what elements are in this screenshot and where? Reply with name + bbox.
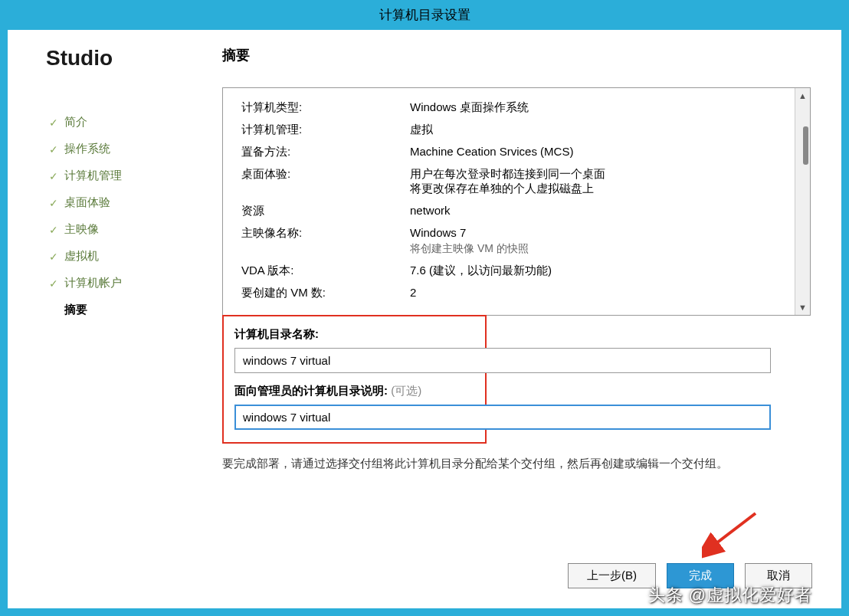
studio-logo: Studio <box>46 46 207 70</box>
check-icon: ✓ <box>49 170 58 182</box>
step-accounts[interactable]: ✓计算机帐户 <box>46 270 207 297</box>
summary-row-resource: 资源 network <box>241 204 792 218</box>
cancel-button[interactable]: 取消 <box>745 563 812 588</box>
step-master-image[interactable]: ✓主映像 <box>46 216 207 243</box>
section-heading: 摘要 <box>222 46 811 64</box>
wizard-steps: ✓简介 ✓操作系统 ✓计算机管理 ✓桌面体验 ✓主映像 ✓虚拟机 ✓计算机帐户 … <box>46 109 207 323</box>
content-area: Studio ✓简介 ✓操作系统 ✓计算机管理 ✓桌面体验 ✓主映像 ✓虚拟机 … <box>8 0 841 578</box>
summary-box: 计算机类型: Windows 桌面操作系统 计算机管理: 虚拟 置备方法: Ma… <box>222 87 811 316</box>
window-border: Studio ✓简介 ✓操作系统 ✓计算机管理 ✓桌面体验 ✓主映像 ✓虚拟机 … <box>0 0 849 616</box>
catalog-name-input[interactable] <box>234 348 771 373</box>
step-machine-mgmt[interactable]: ✓计算机管理 <box>46 162 207 189</box>
button-row: 上一步(B) 完成 取消 <box>568 563 812 588</box>
catalog-name-label: 计算机目录名称: <box>234 327 474 342</box>
summary-row-machine-type: 计算机类型: Windows 桌面操作系统 <box>241 100 792 115</box>
sidebar: Studio ✓简介 ✓操作系统 ✓计算机管理 ✓桌面体验 ✓主映像 ✓虚拟机 … <box>46 46 222 562</box>
finish-button[interactable]: 完成 <box>667 563 734 588</box>
check-icon: ✓ <box>49 143 58 156</box>
highlighted-form: 计算机目录名称: 面向管理员的计算机目录说明: (可选) <box>222 315 487 444</box>
scroll-thumb[interactable] <box>803 126 808 165</box>
summary-row-vda: VDA 版本: 7.6 (建议，以访问最新功能) <box>241 264 792 278</box>
check-icon: ✓ <box>49 224 58 236</box>
form-section: 计算机目录名称: 面向管理员的计算机目录说明: (可选) <box>222 315 811 444</box>
main-panel: 摘要 计算机类型: Windows 桌面操作系统 计算机管理: 虚拟 置备方法:… <box>222 46 811 562</box>
step-vm[interactable]: ✓虚拟机 <box>46 243 207 270</box>
step-os[interactable]: ✓操作系统 <box>46 136 207 162</box>
check-icon: ✓ <box>49 197 58 209</box>
scroll-up-icon[interactable]: ▲ <box>795 88 810 103</box>
check-icon: ✓ <box>49 116 58 129</box>
scrollbar[interactable]: ▲ ▼ <box>795 88 810 315</box>
step-intro[interactable]: ✓简介 <box>46 109 207 136</box>
step-desktop-exp[interactable]: ✓桌面体验 <box>46 189 207 216</box>
back-button[interactable]: 上一步(B) <box>568 563 656 588</box>
summary-row-desktop-exp: 桌面体验: 用户在每次登录时都连接到同一个桌面 将更改保存在单独的个人虚拟磁盘上 <box>241 167 792 196</box>
summary-row-provision: 置备方法: Machine Ceation Srvices (MCS) <box>241 145 792 159</box>
description-input[interactable] <box>234 405 771 430</box>
step-summary[interactable]: ✓摘要 <box>46 297 207 323</box>
summary-row-vm-count: 要创建的 VM 数: 2 <box>241 286 792 300</box>
check-icon: ✓ <box>49 277 58 290</box>
summary-row-machine-mgmt: 计算机管理: 虚拟 <box>241 123 792 137</box>
completion-note: 要完成部署，请通过选择交付组将此计算机目录分配给某个交付组，然后再创建或编辑一个… <box>222 454 811 473</box>
summary-content: 计算机类型: Windows 桌面操作系统 计算机管理: 虚拟 置备方法: Ma… <box>223 88 810 315</box>
scroll-down-icon[interactable]: ▼ <box>795 300 810 315</box>
description-label: 面向管理员的计算机目录说明: (可选) <box>234 384 474 398</box>
summary-row-master-image: 主映像名称: Windows 7 将创建主映像 VM 的快照 <box>241 226 792 256</box>
check-icon: ✓ <box>49 251 58 263</box>
